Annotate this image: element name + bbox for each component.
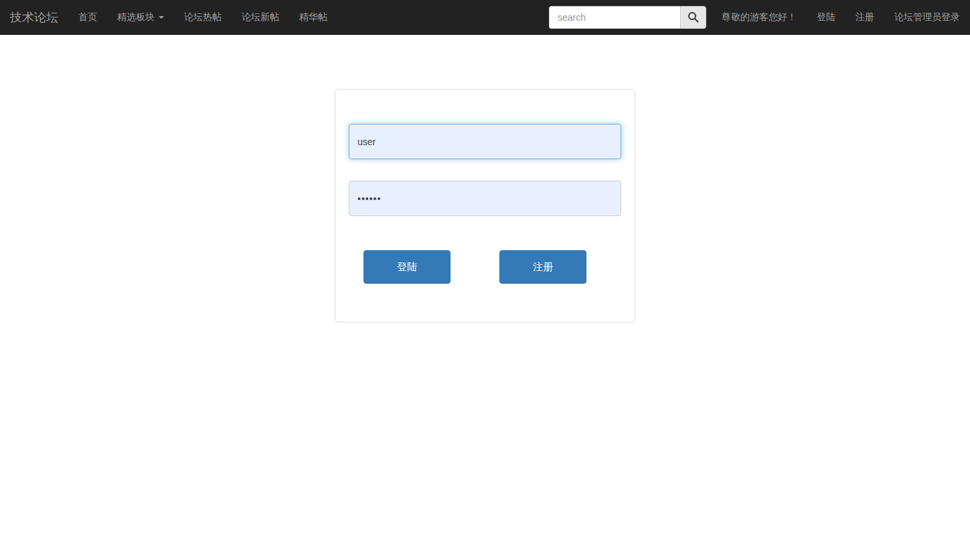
nav-item-label: 精选板块	[117, 11, 155, 23]
login-panel: 登陆 注册	[335, 89, 635, 322]
nav-item-new-posts[interactable]: 论坛新帖	[232, 0, 289, 34]
brand-logo[interactable]: 技术论坛	[0, 0, 68, 34]
nav-item-register[interactable]: 注册	[845, 0, 884, 34]
nav-item-login[interactable]: 登陆	[807, 0, 845, 34]
nav-item-featured-boards-dropdown[interactable]: 精选板块	[107, 0, 174, 34]
username-input[interactable]	[349, 124, 621, 159]
top-navbar: 技术论坛 首页 精选板块 论坛热帖 论坛新帖 精华帖	[0, 0, 970, 35]
user-nav: 尊敬的游客您好！ 登陆 注册 论坛管理员登录	[712, 0, 970, 34]
nav-item-label: 论坛新帖	[242, 11, 279, 23]
login-button[interactable]: 登陆	[363, 250, 451, 284]
nav-item-label: 注册	[856, 11, 874, 23]
nav-item-label: 论坛热帖	[184, 11, 222, 23]
password-input[interactable]	[349, 181, 621, 216]
guest-greeting: 尊敬的游客您好！	[712, 0, 807, 34]
register-button[interactable]: 注册	[499, 250, 586, 284]
search-form	[549, 6, 706, 28]
nav-item-home[interactable]: 首页	[68, 0, 107, 34]
navbar-spacer	[337, 0, 549, 34]
nav-item-hot-posts[interactable]: 论坛热帖	[174, 0, 232, 34]
nav-item-label: 登陆	[817, 11, 835, 23]
nav-item-label: 首页	[78, 11, 97, 23]
search-icon	[688, 11, 699, 23]
nav-item-digest-posts[interactable]: 精华帖	[289, 0, 337, 34]
nav-item-label: 论坛管理员登录	[894, 11, 960, 23]
search-input[interactable]	[549, 6, 680, 29]
nav-item-label: 精华帖	[299, 11, 327, 23]
login-button-row: 登陆 注册	[363, 250, 621, 284]
nav-item-admin-login[interactable]: 论坛管理员登录	[884, 0, 970, 34]
search-button[interactable]	[680, 6, 706, 29]
caret-down-icon	[159, 16, 164, 19]
main-nav: 首页 精选板块 论坛热帖 论坛新帖 精华帖	[68, 0, 337, 34]
guest-greeting-label: 尊敬的游客您好！	[722, 11, 797, 23]
